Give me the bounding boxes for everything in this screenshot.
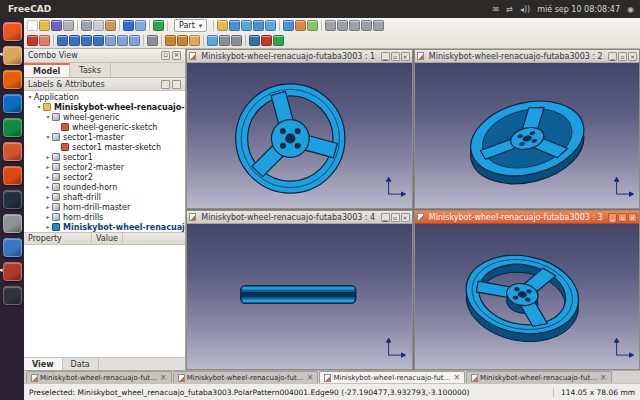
boolean-union-icon[interactable] xyxy=(283,20,294,31)
launcher-item-firefox[interactable] xyxy=(0,68,24,90)
minimize-button[interactable]: ▁ xyxy=(608,213,617,222)
network-indicator-icon[interactable]: ⇄ xyxy=(506,5,513,14)
viewport-titlebar[interactable]: Miniskybot-wheel-renacuajo-futaba3003 : … xyxy=(187,50,412,63)
measure-clear-icon[interactable] xyxy=(189,35,200,46)
tree-item-wheel-generic-sketch[interactable]: wheel-generic-sketch xyxy=(24,122,185,132)
view-right-icon[interactable] xyxy=(93,35,104,46)
minimize-button[interactable]: ▁ xyxy=(608,52,617,61)
texture-mapping-icon[interactable] xyxy=(231,35,242,46)
tree-toggle-icon[interactable]: ▾ xyxy=(44,132,52,142)
tree-item-application[interactable]: ▾Application xyxy=(24,92,185,102)
clipping-plane-icon[interactable] xyxy=(219,35,230,46)
document-tab[interactable]: Miniskybot-wheel-renacuajo-futaba3003 : … xyxy=(26,371,172,383)
tree-item-sector1-master[interactable]: ▾sector1-master xyxy=(24,132,185,142)
restore-button[interactable]: ▫ xyxy=(391,213,400,222)
launcher-item-amazon[interactable] xyxy=(0,188,24,210)
tree-toggle-icon[interactable]: ▸ xyxy=(44,172,52,182)
launcher-item-libreoffice-writer[interactable] xyxy=(0,92,24,114)
view-top-icon[interactable] xyxy=(81,35,92,46)
tree-item-miniskybot-wheel-renacuajo-futaba3003-final[interactable]: ▸Miniskybot-wheel-renacuajo-futaba3003-f… xyxy=(24,222,185,232)
close-icon[interactable]: × xyxy=(600,374,607,382)
launcher-item-libreoffice-calc[interactable] xyxy=(0,116,24,138)
launcher-item-ubuntu-software[interactable] xyxy=(0,164,24,186)
close-button[interactable]: × xyxy=(628,213,637,222)
undock-panel-button[interactable]: ▫ xyxy=(161,51,170,60)
tree-item-sector2-master[interactable]: ▸sector2-master xyxy=(24,162,185,172)
value-column-header[interactable]: Value xyxy=(92,233,123,244)
launcher-item-system-settings[interactable] xyxy=(0,212,24,234)
tab-model[interactable]: Model xyxy=(24,63,70,77)
tree-item-wheel-generic[interactable]: ▾wheel-generic xyxy=(24,112,185,122)
part-sphere-icon[interactable] xyxy=(241,20,252,31)
tree-item-horn-drills[interactable]: ▸horn-drills xyxy=(24,212,185,222)
launcher-item-freecad[interactable]: ◂ xyxy=(0,260,24,282)
view-left-icon[interactable] xyxy=(129,35,140,46)
fit-all-icon[interactable] xyxy=(27,35,38,46)
part-torus-icon[interactable] xyxy=(265,20,276,31)
3d-viewport[interactable] xyxy=(415,224,640,369)
tree-toggle-icon[interactable]: ▸ xyxy=(44,152,52,162)
view-bottom-icon[interactable] xyxy=(117,35,128,46)
python-console-icon[interactable] xyxy=(249,35,260,46)
save-document-icon[interactable] xyxy=(51,20,62,31)
boolean-common-icon[interactable] xyxy=(307,20,318,31)
viewport-titlebar[interactable]: Miniskybot-wheel-renacuajo-futaba3003 : … xyxy=(415,50,640,63)
tree-item-sector2[interactable]: ▸sector2 xyxy=(24,172,185,182)
tree-toggle-icon[interactable]: ▾ xyxy=(35,102,43,112)
restore-button[interactable]: ▫ xyxy=(391,52,400,61)
tree-toggle-icon[interactable]: ▾ xyxy=(26,92,34,102)
tree-item-sector1[interactable]: ▸sector1 xyxy=(24,152,185,162)
fit-selection-icon[interactable] xyxy=(39,35,50,46)
close-button[interactable]: × xyxy=(401,52,410,61)
part-cone-icon[interactable] xyxy=(253,20,264,31)
measure-linear-icon[interactable] xyxy=(165,35,176,46)
minimize-button[interactable]: ▁ xyxy=(381,213,390,222)
tree-toggle-icon[interactable]: ▾ xyxy=(44,112,52,122)
extrude-icon[interactable] xyxy=(325,20,336,31)
close-button[interactable]: × xyxy=(401,213,410,222)
redo-icon[interactable] xyxy=(135,20,146,31)
clock[interactable]: mié sep 10 08:08:47 xyxy=(537,5,620,14)
document-tab[interactable]: Miniskybot-wheel-renacuajo-futaba3003 : … xyxy=(319,371,465,383)
close-panel-button[interactable]: × xyxy=(172,51,181,60)
launcher-item-libreoffice-impress[interactable] xyxy=(0,140,24,162)
restore-button[interactable]: ▫ xyxy=(618,52,627,61)
new-document-icon[interactable] xyxy=(27,20,38,31)
view-front-icon[interactable] xyxy=(69,35,80,46)
fillet-icon[interactable] xyxy=(361,20,372,31)
view-rear-icon[interactable] xyxy=(105,35,116,46)
workbench-selector[interactable]: Part▾ xyxy=(174,19,207,32)
message-indicator-icon[interactable]: ✉ xyxy=(493,5,500,14)
view-isometric-icon[interactable] xyxy=(57,35,68,46)
close-button[interactable]: × xyxy=(628,52,637,61)
part-cylinder-icon[interactable] xyxy=(229,20,240,31)
tree-toggle-icon[interactable]: ▸ xyxy=(44,192,52,202)
close-icon[interactable]: × xyxy=(453,374,460,382)
tree-item-rounded-horn[interactable]: ▸rounded-horn xyxy=(24,182,185,192)
boolean-cut-icon[interactable] xyxy=(295,20,306,31)
tree-filter-button[interactable] xyxy=(172,80,181,89)
tree-toggle-icon[interactable]: ▸ xyxy=(44,212,52,222)
cut-icon[interactable] xyxy=(81,20,92,31)
tree-toggle-icon[interactable]: ▸ xyxy=(44,222,52,232)
document-tab[interactable]: Miniskybot-wheel-renacuajo-futaba3003 : … xyxy=(466,371,612,383)
close-icon[interactable]: × xyxy=(160,374,167,382)
sound-indicator-icon[interactable]: ◂)) xyxy=(520,5,530,14)
tree-item-shaft-drill[interactable]: ▸shaft-drill xyxy=(24,192,185,202)
draw-style-icon[interactable] xyxy=(147,35,158,46)
launcher-item-dash-home[interactable] xyxy=(0,20,24,42)
part-box-icon[interactable] xyxy=(217,20,228,31)
session-indicator-icon[interactable]: ◉ xyxy=(627,5,634,14)
tab-data[interactable]: Data xyxy=(63,358,99,370)
viewport-titlebar[interactable]: Miniskybot-wheel-renacuajo-futaba3003 : … xyxy=(415,211,640,224)
undo-icon[interactable] xyxy=(123,20,134,31)
copy-icon[interactable] xyxy=(93,20,104,31)
launcher-item-terminal[interactable] xyxy=(0,284,24,306)
tree-item-sector1-master-sketch[interactable]: sector1 master-sketch xyxy=(24,142,185,152)
tree-search-button[interactable] xyxy=(161,80,170,89)
macro-execute-icon[interactable] xyxy=(273,35,284,46)
property-column-header[interactable]: Property xyxy=(24,233,92,244)
launcher-item-files[interactable]: ◂ xyxy=(0,44,24,66)
3d-viewport[interactable] xyxy=(415,63,640,208)
open-document-icon[interactable] xyxy=(39,20,50,31)
